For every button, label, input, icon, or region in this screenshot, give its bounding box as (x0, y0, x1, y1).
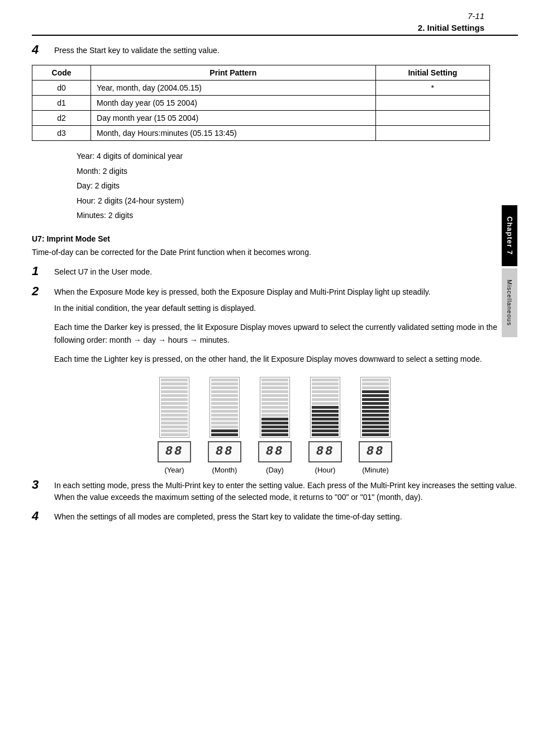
pattern-cell: Year, month, day (2004.05.15) (91, 81, 376, 96)
led-bar (312, 422, 339, 424)
led-bar (161, 398, 188, 401)
led-bar (161, 402, 188, 405)
led-bar (211, 406, 238, 409)
led-bar (362, 418, 389, 420)
display-label-2: (Day) (266, 466, 284, 474)
led-bar (261, 429, 288, 432)
initial-cell (375, 126, 489, 141)
col-code: Code (32, 65, 91, 81)
display-item-1: 88(Month) (208, 377, 241, 474)
led-bar (362, 390, 389, 393)
led-bar (261, 433, 288, 436)
display-label-0: (Year) (165, 466, 184, 474)
page-header: 7-11 (32, 11, 518, 21)
led-bar (312, 402, 339, 405)
chapter-tab: Chapter 7 (502, 205, 517, 266)
code-cell: d0 (32, 81, 91, 96)
table-row: d1Month day year (05 15 2004) (32, 96, 490, 111)
led-bar (161, 382, 188, 385)
u7-step2-number: 2 (32, 284, 54, 299)
u7-intro: Time-of-day can be corrected for the Dat… (32, 247, 518, 258)
note-minutes: Minutes: 2 digits (77, 208, 518, 223)
step-4-top-number: 4 (32, 42, 54, 57)
u7-step3-number: 3 (32, 478, 54, 492)
led-bar (261, 426, 288, 428)
section-title: 2. Initial Settings (418, 23, 484, 32)
led-bar (362, 433, 389, 436)
u7-title: U7: Imprint Mode Set (32, 234, 518, 243)
display-item-2: 88(Day) (258, 377, 292, 474)
led-bar (211, 429, 238, 432)
led-bar (161, 406, 188, 409)
u7-step4: 4 When the settings of all modes are com… (32, 511, 518, 523)
led-bar (261, 390, 288, 393)
misc-tab: Miscellaneous (502, 268, 517, 337)
led-bar (312, 394, 339, 397)
pattern-cell: Month day year (05 15 2004) (91, 96, 376, 111)
u7-step3: 3 In each setting mode, press the Multi-… (32, 480, 518, 503)
led-bar (211, 414, 238, 417)
led-panel-0 (159, 377, 189, 438)
led-bar (261, 418, 288, 420)
u7-step1-text: Select U7 in the User mode. (54, 266, 152, 278)
led-bar (211, 386, 238, 389)
u7-step1: 1 Select U7 in the User mode. (32, 266, 518, 278)
led-bar (362, 410, 389, 413)
u7-step3-text: In each setting mode, press the Multi-Pr… (54, 480, 517, 503)
led-bar (211, 410, 238, 413)
led-bar (211, 402, 238, 405)
seg-display-0: 88 (158, 441, 191, 462)
led-bar (211, 418, 238, 420)
led-bar (211, 398, 238, 401)
led-bar (312, 398, 339, 401)
led-bar (211, 382, 238, 385)
led-bar (161, 394, 188, 397)
note-month: Month: 2 digits (77, 164, 518, 179)
led-bar (211, 422, 238, 424)
step-4-top: 4 Press the Start key to validate the se… (32, 45, 518, 57)
print-pattern-table: Code Print Pattern Initial Setting d0Yea… (32, 65, 490, 141)
led-bar (362, 422, 389, 424)
seg-display-1: 88 (208, 441, 241, 462)
led-bar (261, 394, 288, 397)
led-bar (312, 390, 339, 393)
led-panel-3 (310, 377, 340, 438)
led-bar (362, 398, 389, 401)
led-bar (161, 390, 188, 393)
col-pattern: Print Pattern (91, 65, 376, 81)
led-bar (312, 382, 339, 385)
led-bar (261, 422, 288, 424)
u7-section: U7: Imprint Mode Set Time-of-day can be … (32, 234, 518, 523)
led-bar (211, 394, 238, 397)
note-day: Day: 2 digits (77, 178, 518, 193)
u7-step2-para3: Each time the Lighter key is pressed, on… (54, 353, 518, 365)
led-bar (261, 382, 288, 385)
led-bar (261, 410, 288, 413)
display-label-1: (Month) (212, 466, 237, 474)
led-bar (261, 379, 288, 381)
led-bar (362, 429, 389, 432)
table-row: d2Day month year (15 05 2004) (32, 111, 490, 126)
note-year: Year: 4 digits of dominical year (77, 149, 518, 164)
led-bar (161, 410, 188, 413)
u7-step2-text: When the Exposure Mode key is pressed, b… (54, 286, 431, 298)
led-bar (312, 429, 339, 432)
led-bar (161, 379, 188, 381)
u7-step4-text: When the settings of all modes are compl… (54, 511, 402, 523)
pattern-cell: Day month year (15 05 2004) (91, 111, 376, 126)
led-panel-2 (260, 377, 290, 438)
led-bar (161, 433, 188, 436)
display-item-3: 88(Hour) (308, 377, 342, 474)
section-header: 2. Initial Settings (32, 23, 518, 36)
led-bar (362, 394, 389, 397)
led-bar (161, 414, 188, 417)
step-4-top-text: Press the Start key to validate the sett… (54, 45, 220, 56)
code-cell: d2 (32, 111, 91, 126)
u7-step2-para1: In the initial condition, the year defau… (54, 302, 518, 314)
initial-cell: * (375, 81, 489, 96)
led-bar (362, 386, 389, 389)
display-label-3: (Hour) (315, 466, 336, 474)
led-bar (261, 402, 288, 405)
led-bar (362, 426, 389, 428)
table-row: d0Year, month, day (2004.05.15)* (32, 81, 490, 96)
